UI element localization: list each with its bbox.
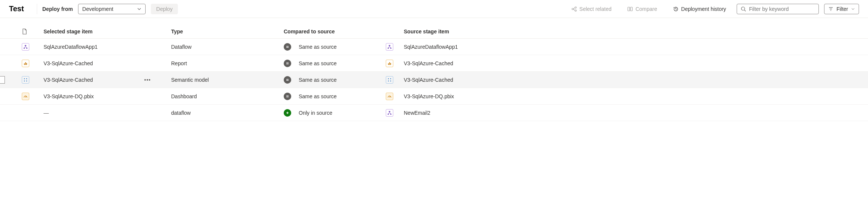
svg-rect-3	[628, 7, 630, 11]
svg-point-1	[575, 7, 576, 8]
dashboard-icon	[18, 93, 41, 100]
select-related-button[interactable]: Select related	[566, 4, 617, 14]
compare-label: Same as source	[299, 77, 337, 83]
report-icon	[378, 60, 401, 67]
source-item-name[interactable]: V3-SqlAzure-Cached	[401, 60, 868, 66]
dashboard-icon	[378, 93, 401, 100]
compare-button[interactable]: Compare	[622, 4, 662, 14]
svg-rect-16	[389, 62, 390, 65]
table-row[interactable]: V3-SqlAzure-CachedReportSame as sourceV3…	[0, 55, 868, 72]
svg-point-18	[24, 78, 25, 79]
table-header-row: Selected stage item Type Compared to sou…	[0, 18, 868, 39]
status-same-icon	[284, 93, 291, 100]
table-row[interactable]: SqlAzureDataflowApp1DataflowSame as sour…	[0, 39, 868, 55]
svg-point-21	[26, 80, 27, 81]
svg-rect-28	[390, 114, 391, 115]
compare-label: Same as source	[299, 60, 337, 66]
source-stage-select[interactable]: Development	[78, 4, 146, 14]
compare-label: Same as source	[299, 93, 337, 99]
more-options-icon[interactable]: •••	[142, 77, 153, 83]
toolbar-divider	[37, 4, 37, 14]
item-type: Dashboard	[168, 93, 281, 99]
dataflow-icon	[378, 43, 401, 51]
compare-icon	[627, 6, 633, 12]
svg-point-22	[388, 78, 389, 79]
item-type: Semantic model	[168, 77, 281, 83]
deploy-button[interactable]: Deploy	[151, 4, 178, 14]
source-stage-value: Development	[82, 6, 113, 12]
dataflow-icon	[18, 43, 41, 51]
svg-rect-6	[25, 45, 26, 46]
svg-rect-14	[26, 63, 27, 65]
svg-rect-11	[390, 48, 391, 49]
item-type: Report	[168, 60, 281, 66]
item-type: Dataflow	[168, 44, 281, 50]
svg-rect-12	[24, 63, 25, 65]
svg-rect-13	[25, 62, 26, 65]
deployment-history-label: Deployment history	[681, 6, 726, 12]
source-item-name[interactable]: V3-SqlAzure-DQ.pbix	[401, 93, 868, 99]
svg-point-24	[388, 80, 389, 81]
search-input[interactable]	[749, 6, 815, 12]
svg-point-0	[572, 8, 573, 10]
svg-point-25	[390, 80, 391, 81]
item-name[interactable]: SqlAzureDataflowApp1	[44, 44, 98, 50]
status-only-icon	[284, 109, 291, 117]
col-type[interactable]: Type	[168, 28, 281, 34]
table-row[interactable]: —dataflowOnly in sourceNewEmail2	[0, 105, 868, 121]
deploy-from-label: Deploy from	[42, 6, 73, 12]
status-same-icon	[284, 43, 291, 51]
chevron-down-icon	[851, 7, 855, 11]
document-icon	[22, 28, 27, 34]
compare-label: Compare	[635, 6, 657, 12]
table-row[interactable]: V3-SqlAzure-Cached•••Semantic modelSame …	[0, 72, 868, 88]
filter-button[interactable]: Filter	[824, 4, 859, 14]
svg-point-19	[26, 78, 27, 79]
col-selected[interactable]: Selected stage item	[41, 28, 168, 34]
dataflow-icon	[378, 109, 401, 117]
item-name[interactable]: V3-SqlAzure-DQ.pbix	[44, 93, 94, 99]
svg-rect-27	[388, 114, 389, 115]
svg-rect-26	[389, 111, 390, 112]
svg-point-23	[390, 78, 391, 79]
svg-rect-7	[24, 48, 25, 49]
item-name[interactable]: —	[44, 110, 49, 116]
svg-point-5	[741, 7, 745, 10]
search-icon	[741, 6, 746, 12]
compare-label: Only in source	[299, 110, 332, 116]
item-name[interactable]: V3-SqlAzure-Cached	[44, 60, 93, 66]
filter-label: Filter	[836, 6, 848, 12]
deploy-button-label: Deploy	[156, 6, 173, 12]
compare-label: Same as source	[299, 44, 337, 50]
search-box[interactable]	[737, 4, 819, 14]
model-icon	[18, 76, 41, 84]
svg-point-20	[24, 80, 25, 81]
share-icon	[571, 6, 577, 12]
status-same-icon	[284, 76, 291, 84]
chevron-down-icon	[137, 7, 141, 11]
svg-rect-15	[388, 63, 389, 65]
col-source[interactable]: Source stage item	[401, 28, 868, 34]
svg-rect-17	[390, 63, 391, 65]
deployment-history-button[interactable]: Deployment history	[668, 4, 731, 14]
col-compared[interactable]: Compared to source	[281, 28, 378, 34]
source-item-name[interactable]: V3-SqlAzure-Cached	[401, 77, 868, 83]
svg-rect-4	[630, 7, 632, 11]
page-title: Test	[9, 4, 24, 13]
svg-point-2	[575, 10, 576, 11]
report-icon	[18, 60, 41, 67]
source-item-name[interactable]: SqlAzureDataflowApp1	[401, 44, 868, 50]
model-icon	[378, 76, 401, 84]
svg-rect-10	[388, 48, 389, 49]
item-type: dataflow	[168, 110, 281, 116]
table-row[interactable]: V3-SqlAzure-DQ.pbixDashboardSame as sour…	[0, 88, 868, 105]
select-related-label: Select related	[579, 6, 612, 12]
source-item-name[interactable]: NewEmail2	[401, 110, 868, 116]
status-same-icon	[284, 60, 291, 67]
item-name[interactable]: V3-SqlAzure-Cached	[44, 77, 93, 83]
row-checkbox[interactable]	[0, 76, 5, 84]
filter-icon	[828, 6, 833, 12]
items-table: Selected stage item Type Compared to sou…	[0, 18, 868, 121]
history-icon	[673, 6, 679, 12]
svg-rect-9	[389, 45, 390, 46]
